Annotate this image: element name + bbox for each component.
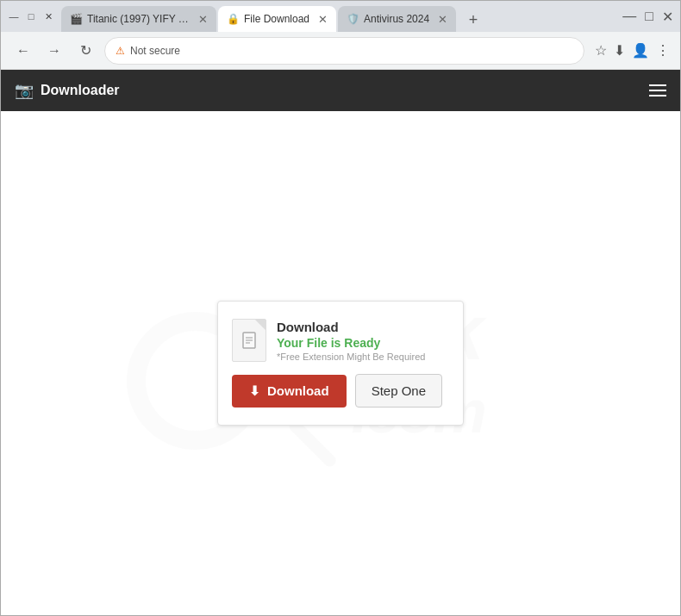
download-button[interactable]: ⬇ — [614, 42, 625, 59]
download-card: Download Your File is Ready *Free Extens… — [217, 301, 464, 426]
maximize-button[interactable]: □ — [25, 10, 37, 22]
logo-icon: 📷 — [15, 81, 34, 100]
card-info: Download Your File is Ready *Free Extens… — [277, 320, 425, 362]
forward-button[interactable]: → — [42, 39, 66, 63]
card-note: *Free Extension Might Be Required — [277, 352, 425, 362]
address-bar: ← → ↻ ⚠ Not secure ☆ ⬇ 👤 ⋮ — [1, 32, 680, 70]
tab-3-favicon: 🛡️ — [347, 13, 359, 25]
tab-3-title: Antivirus 2024 — [364, 13, 429, 25]
tab-1[interactable]: 🎬 Titanic (1997) YIFY – Download... ✕ — [61, 6, 216, 32]
download-button[interactable]: ⬇ Download — [232, 375, 347, 408]
browser-frame: — □ ✕ 🎬 Titanic (1997) YIFY – Download..… — [0, 0, 681, 616]
profile-button[interactable]: 👤 — [632, 42, 649, 59]
new-tab-button[interactable]: + — [461, 8, 485, 32]
file-icon — [232, 319, 266, 362]
restore-icon[interactable]: □ — [645, 9, 653, 24]
tab-1-favicon: 🎬 — [70, 13, 82, 25]
page-nav: 📷 Downloader — [1, 70, 680, 111]
not-secure-icon: ⚠ — [116, 45, 125, 57]
logo-title: Downloader — [41, 83, 120, 98]
tab-3[interactable]: 🛡️ Antivirus 2024 ✕ — [338, 6, 456, 32]
minimize-icon[interactable]: — — [622, 9, 636, 24]
hamburger-menu[interactable] — [649, 84, 666, 96]
file-svg — [242, 332, 256, 349]
hamburger-line-3 — [649, 95, 666, 96]
download-label: Download — [267, 383, 329, 398]
page-nav-menu[interactable] — [649, 84, 666, 96]
card-title: Download — [277, 320, 425, 334]
star-button[interactable]: ☆ — [595, 42, 607, 59]
download-icon: ⬇ — [249, 383, 260, 399]
minimize-button[interactable]: — — [8, 10, 20, 22]
tabs-area: 🎬 Titanic (1997) YIFY – Download... ✕ 🔒 … — [61, 1, 612, 32]
card-subtitle: Your File is Ready — [277, 336, 425, 350]
tab-3-close[interactable]: ✕ — [438, 13, 447, 26]
address-actions: ☆ ⬇ 👤 ⋮ — [595, 42, 670, 59]
page-logo: 📷 Downloader — [15, 81, 120, 100]
hamburger-line-2 — [649, 90, 666, 91]
tab-1-title: Titanic (1997) YIFY – Download... — [87, 13, 190, 25]
tab-1-close[interactable]: ✕ — [198, 13, 208, 26]
hamburger-line-1 — [649, 84, 666, 86]
address-input-wrap[interactable]: ⚠ Not secure — [104, 37, 584, 65]
reload-button[interactable]: ↻ — [73, 39, 97, 63]
tab-2-close[interactable]: ✕ — [318, 13, 328, 26]
step-one-button[interactable]: Step One — [355, 374, 442, 408]
not-secure-label: Not secure — [130, 45, 180, 57]
card-top: Download Your File is Ready *Free Extens… — [232, 319, 425, 362]
close-button[interactable]: ✕ — [42, 10, 54, 22]
close-icon[interactable]: ✕ — [662, 9, 673, 25]
tab-2[interactable]: 🔒 File Download ✕ — [218, 6, 336, 32]
title-bar-actions: — □ ✕ — [622, 9, 673, 25]
back-button[interactable]: ← — [11, 39, 35, 63]
tab-2-favicon: 🔒 — [227, 13, 239, 25]
window-controls: — □ ✕ — [8, 10, 54, 22]
page-content: risk .com Download Your File i — [1, 111, 680, 615]
card-buttons: ⬇ Download Step One — [232, 374, 442, 408]
menu-button[interactable]: ⋮ — [656, 42, 670, 59]
title-bar: — □ ✕ 🎬 Titanic (1997) YIFY – Download..… — [1, 1, 680, 32]
tab-2-title: File Download — [244, 13, 309, 25]
